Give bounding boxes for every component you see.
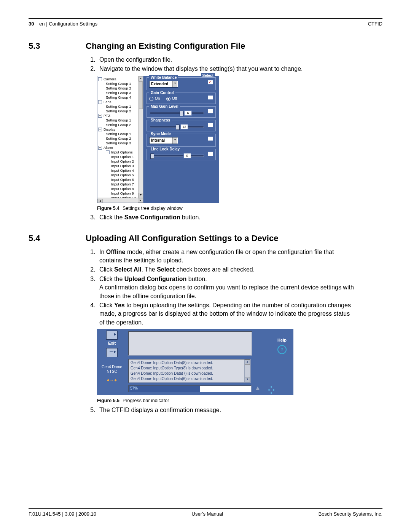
figure-5-4-caption: Figure 5.4Settings tree display window bbox=[97, 205, 356, 212]
sharpness-slider[interactable]: 12 bbox=[150, 126, 204, 128]
log-panel: Gen4 Dome: InputOption Data(8) is downlo… bbox=[128, 359, 251, 383]
sync-mode-dropdown[interactable]: Internal bbox=[149, 137, 178, 144]
main-panel bbox=[128, 331, 252, 356]
gain-control-group: Gain Control On Off bbox=[147, 93, 216, 104]
log-scrollbar[interactable]: ▴ ▾ bbox=[244, 359, 250, 382]
gain-control-select-checkbox[interactable] bbox=[208, 95, 213, 100]
step-5-4-3: Click the Upload Configuration button. A… bbox=[97, 275, 356, 300]
breadcrumb: en | Configuration Settings bbox=[39, 21, 97, 27]
max-gain-group: Max Gain Level 6 bbox=[147, 106, 216, 118]
page-header: 30 en | Configuration Settings CTFID bbox=[29, 21, 382, 27]
help-label: Help bbox=[277, 337, 287, 343]
white-balance-select-checkbox[interactable] bbox=[208, 80, 213, 85]
step-5-4-2: Click Select All. The Select check boxes… bbox=[97, 265, 356, 274]
help-icon[interactable]: ? bbox=[277, 345, 287, 354]
section-number-5-3: 5.3 bbox=[29, 41, 86, 51]
sync-mode-select-checkbox[interactable] bbox=[208, 136, 213, 141]
footer-right: Bosch Security Systems, Inc. bbox=[319, 511, 382, 517]
transfer-arrow-icon: ●↔● bbox=[97, 377, 127, 383]
step-5-3-1: Open the configuration file. bbox=[97, 56, 356, 64]
sharpness-select-checkbox[interactable] bbox=[208, 123, 213, 127]
step-5-3-2: Navigate to the window that displays the… bbox=[97, 65, 356, 73]
figure-5-5: Exit Gen4 Dome NTSC ●↔● Help ? Gen4 Dome… bbox=[97, 329, 293, 395]
exit-icon[interactable] bbox=[106, 331, 118, 340]
step-5-4-5: The CTFID displays a confirmation messag… bbox=[97, 406, 356, 414]
sync-mode-group: Sync Mode Internal bbox=[147, 134, 216, 147]
section-title-5-3: Changing an Existing Configuration File bbox=[86, 41, 245, 51]
signal-type: NTSC bbox=[97, 369, 127, 374]
max-gain-slider[interactable]: 6 bbox=[150, 112, 204, 114]
white-balance-dropdown[interactable]: Extended bbox=[149, 81, 178, 88]
sharpness-group: Sharpness 12 bbox=[147, 120, 216, 131]
device-name: Gen4 Dome bbox=[97, 365, 127, 369]
gain-off-radio[interactable]: Off bbox=[166, 96, 177, 101]
tree-scrollbar-horizontal[interactable]: ◂▸ bbox=[97, 198, 143, 203]
spinner-icon bbox=[268, 386, 274, 394]
step-5-4-4: Click Yes to begin uploading the setting… bbox=[97, 301, 356, 327]
settings-panel: Select White Balance Extended Gain Contr… bbox=[143, 76, 219, 203]
section-number-5-4: 5.4 bbox=[29, 233, 86, 243]
step-5-4-1: In Offline mode, either create a new con… bbox=[97, 248, 356, 265]
figure-5-5-caption: Figure 5.5Progress bar indicator bbox=[97, 398, 356, 404]
progress-bar: 57% bbox=[128, 385, 252, 392]
footer-left: F.01U.141.545 | 3.09 | 2009.10 bbox=[29, 511, 96, 517]
page-number: 30 bbox=[29, 21, 34, 27]
figure-5-4: −Camera Setting Group 1 Setting Group 2 … bbox=[97, 76, 219, 203]
max-gain-select-checkbox[interactable] bbox=[208, 109, 213, 113]
product-name: CTFID bbox=[368, 21, 382, 27]
tree-scrollbar-vertical[interactable]: ▴ ▾ bbox=[138, 76, 143, 198]
up-arrow-icon: ▲ bbox=[255, 384, 261, 392]
line-lock-group: Line Lock Delay 0 bbox=[147, 149, 216, 160]
page-footer: F.01U.141.545 | 3.09 | 2009.10 User's Ma… bbox=[29, 508, 382, 517]
exit-label: Exit bbox=[97, 340, 127, 346]
section-title-5-4: Uploading All Configuration Settings to … bbox=[86, 233, 278, 243]
exit-button-icon[interactable] bbox=[106, 348, 118, 357]
line-lock-slider[interactable]: 0 bbox=[150, 155, 204, 157]
footer-center: User's Manual bbox=[192, 511, 223, 517]
white-balance-group: White Balance Extended bbox=[147, 77, 216, 90]
step-5-3-3: Click the Save Configuration button. bbox=[97, 213, 356, 222]
gain-on-radio[interactable]: On bbox=[149, 96, 160, 101]
line-lock-select-checkbox[interactable] bbox=[208, 152, 213, 156]
settings-tree[interactable]: −Camera Setting Group 1 Setting Group 2 … bbox=[97, 76, 143, 203]
